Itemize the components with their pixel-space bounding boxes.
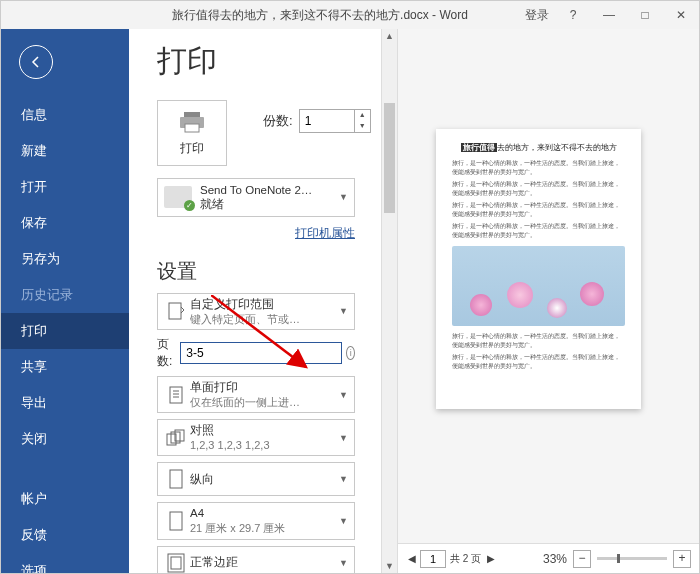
minimize-button[interactable]: —: [591, 8, 627, 22]
zoom-slider[interactable]: [597, 557, 667, 560]
print-range-selector[interactable]: 自定义打印范围键入特定页面、节或… ▼: [157, 293, 355, 330]
maximize-button[interactable]: □: [627, 8, 663, 22]
sidebar-item-1[interactable]: 新建: [1, 133, 129, 169]
printer-properties-link[interactable]: 打印机属性: [295, 226, 355, 240]
single-side-icon: [166, 385, 186, 405]
margins-icon: [167, 553, 185, 573]
chevron-down-icon: ▼: [335, 558, 348, 568]
print-button[interactable]: 打印: [157, 100, 227, 166]
settings-scrollbar[interactable]: ▲ ▼: [381, 29, 397, 573]
printer-icon: [178, 110, 206, 134]
chevron-down-icon: ▼: [335, 390, 348, 400]
sidebar-item-3[interactable]: 保存: [1, 205, 129, 241]
next-page-button[interactable]: ▶: [485, 553, 497, 564]
sidebar-item-0[interactable]: 信息: [1, 97, 129, 133]
margins-selector[interactable]: 正常边距 ▼: [157, 546, 355, 574]
printer-name: Send To OneNote 2…: [200, 183, 312, 197]
chevron-down-icon: ▼: [335, 433, 348, 443]
sidebar-item-10[interactable]: 帐户: [1, 481, 129, 517]
svg-rect-2: [185, 124, 199, 132]
scroll-up-icon[interactable]: ▲: [382, 29, 397, 43]
page-number-input[interactable]: [420, 550, 446, 568]
preview-image: [452, 246, 625, 326]
pages-input[interactable]: [180, 342, 342, 364]
help-button[interactable]: ?: [555, 8, 591, 22]
zoom-percent[interactable]: 33%: [543, 552, 567, 566]
svg-rect-4: [170, 387, 182, 403]
pages-row: 页数: i: [157, 336, 355, 370]
svg-rect-12: [170, 512, 182, 530]
info-icon[interactable]: i: [346, 346, 355, 360]
print-column: 打印 打印 份数: ▲▼ Send To OneNote 2… 就绪 ▼: [129, 29, 381, 573]
svg-rect-3: [169, 303, 181, 319]
content-area: 打印 打印 份数: ▲▼ Send To OneNote 2… 就绪 ▼: [129, 29, 699, 573]
chevron-down-icon: ▼: [335, 516, 348, 526]
sidebar-item-8[interactable]: 导出: [1, 385, 129, 421]
window-controls: 登录 ? — □ ✕: [519, 7, 699, 24]
settings-heading: 设置: [157, 258, 381, 285]
preview-statusbar: ◀ 共 2 页 ▶ 33% − +: [398, 543, 699, 573]
zoom-out-button[interactable]: −: [573, 550, 591, 568]
copies-group: 份数: ▲▼: [263, 109, 371, 133]
back-button[interactable]: [19, 45, 53, 79]
spinner-arrows: ▲▼: [355, 109, 371, 133]
preview-title: 旅行值得去的地方，来到这不得不去的地方: [452, 143, 625, 153]
sidebar-item-6[interactable]: 打印: [1, 313, 129, 349]
print-button-label: 打印: [180, 140, 204, 157]
zoom-in-button[interactable]: +: [673, 550, 691, 568]
copies-spinner[interactable]: ▲▼: [299, 109, 371, 133]
printer-selector[interactable]: Send To OneNote 2… 就绪 ▼: [157, 178, 355, 217]
collate-icon: [165, 429, 187, 447]
sidebar-item-4[interactable]: 另存为: [1, 241, 129, 277]
page-nav: ◀ 共 2 页 ▶: [406, 550, 497, 568]
login-link[interactable]: 登录: [519, 7, 555, 24]
zoom-slider-thumb[interactable]: [617, 554, 620, 563]
svg-rect-14: [171, 557, 181, 569]
collate-selector[interactable]: 对照1,2,3 1,2,3 1,2,3 ▼: [157, 419, 355, 456]
page-title: 打印: [157, 41, 381, 82]
sides-selector[interactable]: 单面打印仅在纸面的一侧上进… ▼: [157, 376, 355, 413]
print-preview: 旅行值得去的地方，来到这不得不去的地方 旅行，是一种心情的释放，一种生活的态度。…: [397, 29, 699, 573]
spin-up-icon[interactable]: ▲: [355, 110, 370, 121]
sidebar-item-12[interactable]: 选项: [1, 553, 129, 574]
chevron-down-icon: ▼: [339, 192, 348, 202]
svg-rect-11: [170, 470, 182, 488]
backstage-sidebar: 信息新建打开保存另存为历史记录打印共享导出关闭帐户反馈选项: [1, 29, 129, 573]
printer-device-icon: [164, 186, 192, 208]
paper-size-selector[interactable]: A421 厘米 x 29.7 厘米 ▼: [157, 502, 355, 539]
scroll-thumb[interactable]: [384, 103, 395, 213]
printer-text: Send To OneNote 2… 就绪: [200, 183, 312, 212]
orientation-selector[interactable]: 纵向 ▼: [157, 462, 355, 496]
zoom-controls: 33% − +: [543, 550, 691, 568]
copies-input[interactable]: [299, 109, 355, 133]
portrait-icon: [168, 469, 184, 489]
paper-size-icon: [168, 511, 184, 531]
chevron-down-icon: ▼: [335, 306, 348, 316]
chevron-down-icon: ▼: [335, 474, 348, 484]
sidebar-item-2[interactable]: 打开: [1, 169, 129, 205]
copies-label: 份数:: [263, 112, 293, 130]
sidebar-item-7[interactable]: 共享: [1, 349, 129, 385]
spin-down-icon[interactable]: ▼: [355, 121, 370, 132]
printer-status: 就绪: [200, 197, 312, 211]
page-total-label: 共 2 页: [448, 553, 483, 564]
svg-rect-0: [184, 112, 200, 117]
sidebar-item-9[interactable]: 关闭: [1, 421, 129, 457]
sidebar-item-11[interactable]: 反馈: [1, 517, 129, 553]
preview-page: 旅行值得去的地方，来到这不得不去的地方 旅行，是一种心情的释放，一种生活的态度。…: [436, 129, 641, 409]
document-title: 旅行值得去的地方，来到这不得不去的地方.docx - Word: [1, 7, 519, 24]
title-bar: 旅行值得去的地方，来到这不得不去的地方.docx - Word 登录 ? — □…: [1, 1, 699, 29]
prev-page-button[interactable]: ◀: [406, 553, 418, 564]
pages-label: 页数:: [157, 336, 176, 370]
scroll-track[interactable]: [382, 43, 397, 559]
scroll-down-icon[interactable]: ▼: [382, 559, 397, 573]
sidebar-item-5[interactable]: 历史记录: [1, 277, 129, 313]
close-button[interactable]: ✕: [663, 8, 699, 22]
page-range-icon: [166, 301, 186, 321]
